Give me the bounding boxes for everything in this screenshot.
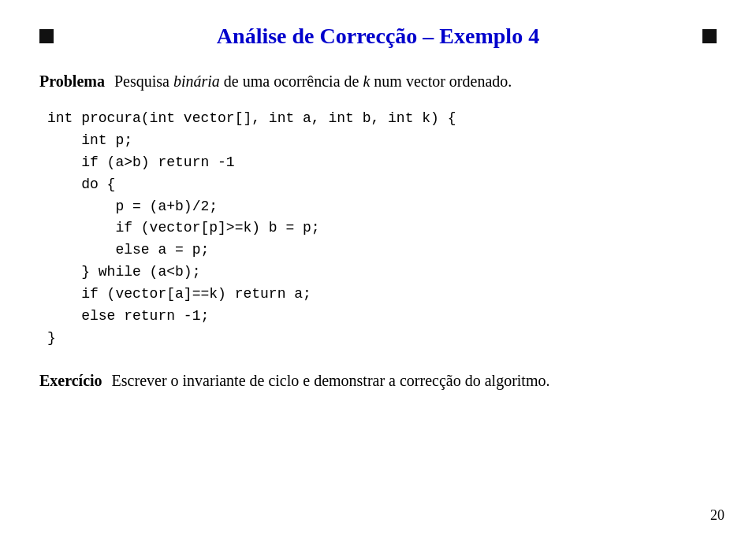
code-line-4: do { <box>47 174 717 196</box>
code-block: int procura(int vector[], int a, int b, … <box>47 108 717 350</box>
page-title: Análise de Correcção – Exemplo 4 <box>217 24 539 49</box>
code-line-8: } while (a<b); <box>47 262 717 284</box>
italic-binaria: binária <box>173 72 220 90</box>
code-line-11: } <box>47 328 717 350</box>
code-line-2: int p; <box>47 130 717 152</box>
code-line-6: if (vector[p]>=k) b = p; <box>47 217 717 239</box>
page-number: 20 <box>710 507 724 524</box>
code-line-1: int procura(int vector[], int a, int b, … <box>47 108 717 130</box>
problem-text: Pesquisa binária de uma ocorrência de k … <box>114 72 512 91</box>
header-square-right-icon <box>702 29 717 43</box>
exercise-label: Exercício <box>39 372 102 390</box>
exercise-text: Escrever o invariante de ciclo e demonst… <box>112 372 550 390</box>
header: Análise de Correcção – Exemplo 4 <box>39 24 717 49</box>
code-line-7: else a = p; <box>47 239 717 262</box>
code-line-5: p = (a+b)/2; <box>47 196 717 218</box>
problem-label: Problema <box>39 72 105 91</box>
code-line-9: if (vector[a]==k) return a; <box>47 284 717 306</box>
problem-section: Problema Pesquisa binária de uma ocorrên… <box>39 72 717 91</box>
math-k: k <box>363 72 370 90</box>
exercise-section: Exercício Escrever o invariante de ciclo… <box>39 372 717 390</box>
page: Análise de Correcção – Exemplo 4 Problem… <box>0 0 756 538</box>
code-line-10: else return -1; <box>47 306 717 328</box>
header-square-left-icon <box>39 29 54 43</box>
code-line-3: if (a>b) return -1 <box>47 152 717 174</box>
